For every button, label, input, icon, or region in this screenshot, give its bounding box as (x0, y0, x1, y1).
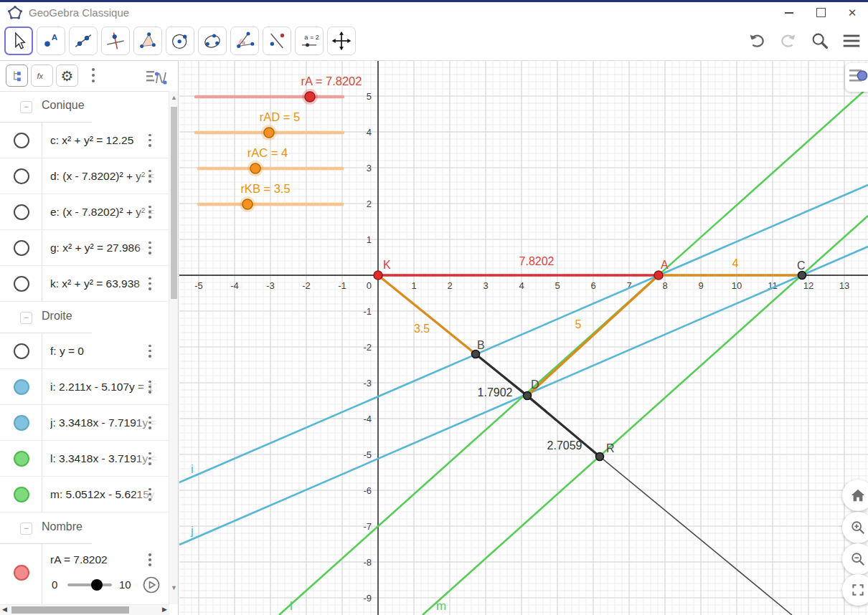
scroll-down-arrow[interactable]: ▼ (169, 584, 179, 591)
search-icon[interactable] (809, 30, 831, 52)
scroll-right-arrow[interactable]: ▶ (162, 606, 167, 613)
slider-track[interactable] (67, 583, 112, 586)
maximize-button[interactable] (805, 2, 836, 23)
slider-knob[interactable] (91, 579, 103, 591)
panel-more-options-icon[interactable] (89, 68, 98, 82)
close-button[interactable]: ✕ (836, 2, 868, 23)
tool-line-reflection[interactable] (263, 27, 291, 55)
algebra-item-c[interactable]: c: x² + y² = 12.25 (0, 123, 169, 158)
zoom-out-button[interactable] (842, 543, 868, 575)
collapse-icon[interactable]: − (20, 523, 32, 535)
graphics-canvas[interactable]: -5-4-3-2-112345678910111213-9-8-7-6-5-4-… (179, 61, 868, 615)
point-K[interactable] (374, 271, 382, 280)
algebra-item-m[interactable]: m: 5.0512x - 5.6215y = (0, 477, 169, 512)
sort-objects-icon[interactable] (145, 65, 169, 87)
redo-icon[interactable] (778, 30, 799, 52)
visibility-toggle[interactable] (14, 565, 29, 581)
vertical-scrollbar[interactable]: ▲ ▼ (169, 91, 178, 604)
point-R[interactable] (596, 453, 604, 461)
graph-slider-rAD-label[interactable]: rAD = 5 (260, 110, 300, 123)
algebra-item-i[interactable]: i: 2.211x - 5.107y = 17.2 (0, 369, 169, 405)
graph-slider-rKB-label[interactable]: rKB = 3.5 (240, 182, 290, 195)
tool-move-graphics-view[interactable] (327, 27, 356, 55)
graph-slider-rA-label[interactable]: rA = 7.8202 (301, 75, 362, 87)
point-C[interactable] (798, 272, 806, 280)
item-menu-icon[interactable] (146, 242, 154, 254)
graph-slider-rAC-knob[interactable] (250, 163, 260, 173)
item-menu-icon[interactable] (146, 488, 154, 501)
item-menu-icon[interactable] (146, 416, 154, 429)
minimize-button[interactable] (773, 2, 805, 23)
tool-slider[interactable]: a = 2 (295, 27, 324, 55)
scroll-up-arrow[interactable]: ▲ (169, 94, 179, 101)
item-menu-icon[interactable] (146, 170, 154, 183)
algebra-item-f[interactable]: f: y = 0 (0, 333, 169, 369)
visibility-toggle[interactable] (14, 276, 29, 292)
y-tick-label: -7 (363, 521, 372, 532)
point-A[interactable] (654, 271, 663, 280)
horizontal-scrollbar[interactable]: ◀ ▶ (0, 604, 169, 615)
point-B[interactable] (472, 351, 480, 358)
input-fx-button[interactable]: fx (31, 65, 53, 87)
graphics-view[interactable]: -5-4-3-2-112345678910111213-9-8-7-6-5-4-… (179, 61, 868, 615)
tree-view-button[interactable] (6, 65, 28, 87)
home-view-button[interactable] (842, 480, 868, 511)
vertical-scroll-thumb[interactable] (171, 107, 177, 299)
visibility-toggle[interactable] (14, 240, 29, 256)
visibility-toggle[interactable] (14, 379, 29, 395)
polygon-icon (137, 30, 159, 52)
point-D[interactable] (524, 392, 532, 400)
item-menu-icon[interactable] (146, 452, 154, 465)
tool-polygon[interactable] (133, 27, 162, 55)
algebra-item-k[interactable]: k: x² + y² = 63.938 (0, 266, 169, 302)
tool-conic-through-points[interactable] (198, 27, 227, 55)
algebra-item-g[interactable]: g: x² + y² = 27.986 (0, 230, 169, 266)
item-menu-icon[interactable] (146, 134, 154, 147)
section-header-droite[interactable]: −Droite (0, 302, 169, 333)
graph-slider-rAC-label[interactable]: rAC = 4 (247, 146, 288, 159)
play-animation-button[interactable] (142, 576, 161, 594)
item-menu-icon[interactable] (146, 277, 154, 290)
section-header-conique[interactable]: −Conique (0, 91, 169, 123)
visibility-toggle[interactable] (14, 133, 29, 148)
tool-circle-with-center[interactable] (166, 27, 194, 55)
line-i[interactable] (179, 185, 868, 482)
graph-slider-rA-knob[interactable] (305, 92, 315, 102)
item-menu-icon[interactable] (146, 553, 154, 566)
graph-slider-rKB-knob[interactable] (242, 199, 253, 209)
fullscreen-button[interactable] (842, 574, 868, 606)
item-menu-icon[interactable] (146, 345, 154, 358)
graph-slider-rAD-knob[interactable] (264, 128, 274, 138)
visibility-toggle[interactable] (14, 343, 29, 359)
visibility-toggle[interactable] (14, 487, 29, 502)
item-menu-icon[interactable] (146, 206, 154, 219)
tool-point[interactable]: A (37, 27, 65, 55)
visibility-toggle[interactable] (14, 168, 29, 184)
menu-icon[interactable] (841, 30, 862, 52)
algebra-item-l[interactable]: l: 3.3418x - 3.7191y = 2 (0, 441, 169, 477)
scroll-left-arrow[interactable]: ◀ (2, 606, 7, 613)
algebra-item-j[interactable]: j: 3.3418x - 7.7191y = 3 (0, 405, 169, 441)
zoom-in-button[interactable] (842, 512, 868, 543)
algebra-item-rA[interactable]: rA = 7.8202010 (0, 544, 169, 604)
section-header-nombre[interactable]: −Nombre (0, 512, 169, 544)
visibility-toggle[interactable] (14, 451, 29, 467)
tool-line[interactable] (69, 27, 98, 55)
algebra-item-d[interactable]: d: (x - 7.8202)² + y² = (0, 158, 169, 194)
item-menu-icon[interactable] (146, 381, 154, 394)
horizontal-scroll-thumb[interactable] (11, 606, 129, 614)
graph-label-1.7902: 1.7902 (478, 386, 513, 399)
tool-perpendicular-line[interactable] (101, 27, 130, 55)
visibility-toggle[interactable] (14, 415, 29, 431)
slider-icon: a = 2 (298, 30, 320, 52)
tool-move[interactable] (4, 27, 33, 55)
visibility-toggle[interactable] (14, 204, 29, 220)
graphics-settings-button[interactable] (845, 63, 868, 92)
collapse-icon[interactable]: − (20, 312, 32, 324)
algebra-item-e[interactable]: e: (x - 7.8202)² + y² = (0, 194, 169, 230)
x-tick-label: 9 (698, 280, 703, 291)
tool-angle[interactable]: α (230, 27, 259, 55)
settings-gear-button[interactable]: ⚙ (56, 65, 78, 87)
undo-icon[interactable] (746, 30, 768, 52)
collapse-icon[interactable]: − (20, 101, 32, 113)
